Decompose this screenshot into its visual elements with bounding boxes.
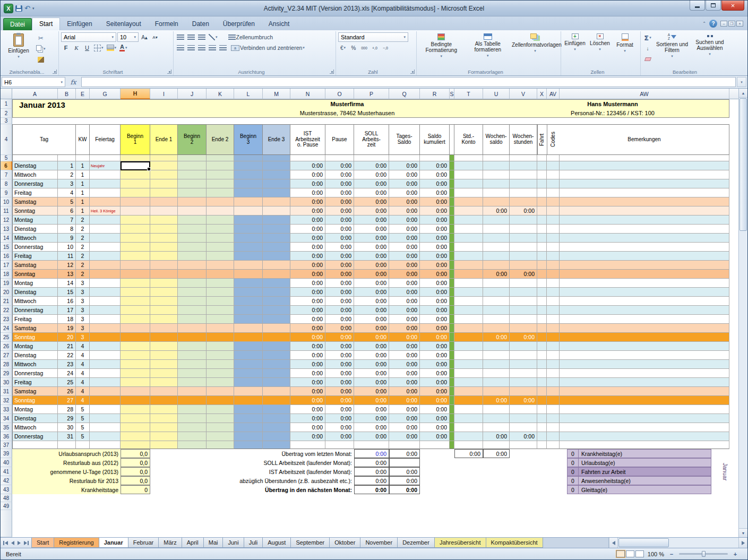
grid-cell[interactable] <box>121 360 150 369</box>
time-cell[interactable]: 0:00 <box>354 188 389 197</box>
title-band-row-2[interactable]: Musterstrasse, 78462 MusterhausenPersona… <box>12 109 729 118</box>
grid-cell[interactable] <box>150 188 178 197</box>
page-break-view-icon[interactable] <box>635 550 644 557</box>
carry-box-value[interactable]: 0:00 <box>454 449 483 458</box>
sheet-tab-jahresübersicht[interactable]: Jahresübersicht <box>434 538 486 548</box>
time-cell[interactable]: 0:00 <box>325 243 354 252</box>
grid-cell[interactable] <box>234 279 263 288</box>
grid-cell[interactable] <box>12 155 58 161</box>
grid-cell[interactable] <box>510 414 537 423</box>
week-number-cell[interactable]: 4 <box>76 378 90 387</box>
normal-view-icon[interactable] <box>616 550 625 557</box>
dialog-launcher-icon[interactable] <box>330 70 334 74</box>
time-cell[interactable]: 0:00 <box>389 170 420 179</box>
time-cell[interactable]: 0:00 <box>354 270 389 279</box>
grid-cell[interactable] <box>537 161 547 170</box>
table-header-AV[interactable]: Codes <box>547 124 560 155</box>
grid-cell[interactable] <box>483 414 510 423</box>
ribbon-tab-überprüfen[interactable]: Überprüfen <box>216 18 262 30</box>
week-total-cell[interactable]: 0:00 <box>483 206 510 216</box>
week-number-cell[interactable]: 4 <box>76 351 90 360</box>
grid-cell[interactable] <box>263 261 290 270</box>
grid-cell[interactable] <box>90 297 121 306</box>
cell-styles-button[interactable]: Zellenformatvorlagen▾ <box>512 32 558 58</box>
grid-cell[interactable] <box>207 216 234 225</box>
time-cell[interactable]: 0:00 <box>325 414 354 423</box>
grid-cell[interactable] <box>450 170 454 179</box>
time-cell[interactable]: 0:00 <box>290 279 325 288</box>
grid-cell[interactable] <box>450 279 454 288</box>
grid-cell[interactable] <box>90 197 121 206</box>
grid-cell[interactable] <box>150 360 178 369</box>
week-number-cell[interactable]: 2 <box>76 225 90 234</box>
grid-cell[interactable] <box>178 161 207 170</box>
time-cell[interactable]: 0:00 <box>325 360 354 369</box>
time-cell[interactable]: 0:00 <box>354 234 389 243</box>
row-header-31[interactable]: 31 <box>1 387 12 396</box>
time-cell[interactable]: 0:00 <box>290 324 325 333</box>
grid-cell[interactable] <box>150 369 178 378</box>
grid-cell[interactable] <box>537 270 547 279</box>
grid-cell[interactable] <box>450 225 454 234</box>
grid-cell[interactable] <box>90 351 121 360</box>
time-cell[interactable]: 0:00 <box>290 170 325 179</box>
grid-cell[interactable] <box>547 423 560 432</box>
grid-cell[interactable] <box>454 369 483 378</box>
align-middle-button[interactable] <box>186 32 196 42</box>
grid-cell[interactable] <box>150 261 178 270</box>
day-number-cell[interactable]: 9 <box>58 234 76 243</box>
table-header-Q[interactable]: Tages- Saldo <box>389 124 420 155</box>
grid-cell[interactable] <box>450 155 454 161</box>
grid-cell[interactable] <box>354 441 389 449</box>
ribbon-tab-daten[interactable]: Daten <box>185 18 216 30</box>
grid-cell[interactable] <box>483 423 510 432</box>
grid-cell[interactable] <box>537 414 547 423</box>
vertical-scrollbar[interactable]: ▲ ▼ <box>738 89 747 537</box>
grid-cell[interactable] <box>560 387 729 396</box>
grid-cell[interactable] <box>483 288 510 297</box>
grid-cell[interactable] <box>150 270 178 279</box>
sheet-tab-kompaktübersicht[interactable]: Kompaktübersicht <box>486 538 543 548</box>
sheet-tab-januar[interactable]: Januar <box>99 538 128 548</box>
time-cell[interactable]: 0:00 <box>290 378 325 387</box>
grid-cell[interactable] <box>207 423 234 432</box>
row-header-26[interactable]: 26 <box>1 342 12 351</box>
table-header-X[interactable]: Fahrt <box>537 124 547 155</box>
grid-cell[interactable] <box>234 423 263 432</box>
grid-cell[interactable] <box>90 387 121 396</box>
fill-button[interactable]: ↓ <box>643 44 652 53</box>
grid-cell[interactable] <box>547 324 560 333</box>
merge-center-button[interactable]: a Verbinden und zentrieren ▾ <box>230 43 306 53</box>
sheet-tab-april[interactable]: April <box>182 538 204 548</box>
grid-cell[interactable] <box>207 396 234 405</box>
grid-cell[interactable] <box>90 261 121 270</box>
grid-cell[interactable] <box>121 423 150 432</box>
grid-cell[interactable] <box>547 405 560 414</box>
grid-cell[interactable] <box>560 206 729 216</box>
time-cell[interactable]: 0:00 <box>325 234 354 243</box>
day-name-cell[interactable]: Montag <box>12 405 58 414</box>
grid-cell[interactable] <box>121 378 150 387</box>
sort-filter-button[interactable]: AZ Sortieren und Filtern▾ <box>654 32 690 64</box>
grid-cell[interactable] <box>483 297 510 306</box>
time-cell[interactable]: 0:00 <box>325 387 354 396</box>
grid-cell[interactable] <box>234 315 263 324</box>
grid-cell[interactable] <box>121 225 150 234</box>
grid-cell[interactable] <box>178 197 207 206</box>
grid-cell[interactable] <box>483 216 510 225</box>
grid-cell[interactable] <box>178 324 207 333</box>
time-cell[interactable]: 0:00 <box>420 188 450 197</box>
grid-cell[interactable] <box>450 197 454 206</box>
workbook-minimize-icon[interactable]: – <box>720 21 727 27</box>
grid-cell[interactable] <box>121 252 150 261</box>
grid-cell[interactable] <box>121 342 150 351</box>
time-cell[interactable]: 0:00 <box>325 179 354 188</box>
grid-cell[interactable] <box>560 405 729 414</box>
grid-cell[interactable] <box>454 170 483 179</box>
row-header-19[interactable]: 19 <box>1 279 12 288</box>
grid-cell[interactable] <box>454 225 483 234</box>
week-total-cell[interactable]: 0:00 <box>483 270 510 279</box>
grid-cell[interactable] <box>263 252 290 261</box>
day-number-cell[interactable]: 31 <box>58 432 76 441</box>
time-cell[interactable]: 0:00 <box>325 297 354 306</box>
